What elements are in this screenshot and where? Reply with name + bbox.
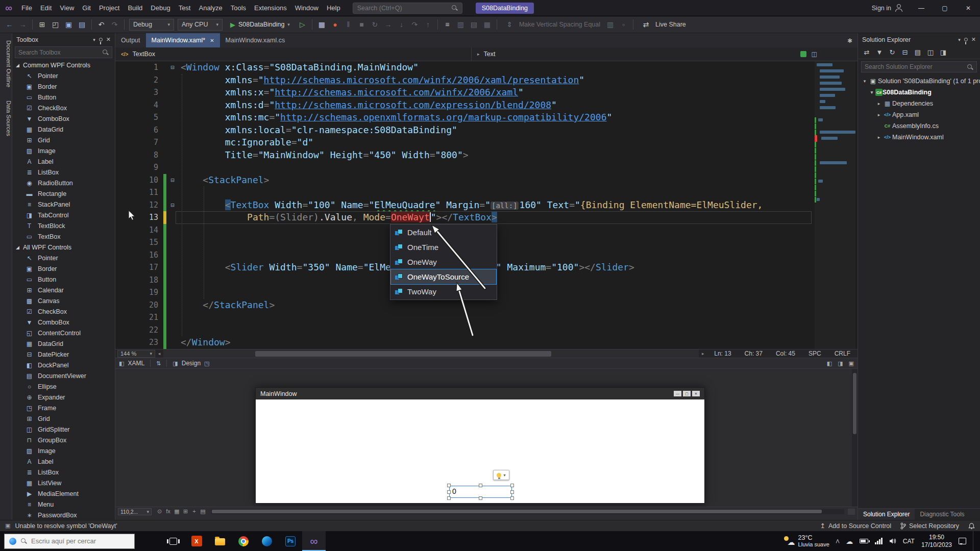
xaml-view-button[interactable]: XAML [128, 360, 144, 367]
collapse-all-icon[interactable]: ⊟ [901, 48, 909, 56]
selection-handle[interactable] [510, 490, 514, 494]
toolbox-section-common-wpf-controls[interactable]: ◢Common WPF Controls [12, 60, 115, 70]
volume-icon[interactable] [889, 538, 896, 544]
code-line-23[interactable]: 23</Window> [115, 336, 857, 349]
expand-pane-icon[interactable]: ▣ [849, 360, 854, 367]
tab-mainwindow-xaml[interactable]: MainWindow.xaml*✕ [146, 33, 220, 47]
menu-edit[interactable]: Edit [36, 1, 56, 16]
tree-item-assemblyinfo-cs[interactable]: C#AssemblyInfo.cs [858, 120, 980, 132]
preview-textbox[interactable]: 0 [449, 486, 512, 498]
menu-file[interactable]: File [17, 1, 36, 16]
nested-view-icon[interactable]: ◫ [927, 48, 934, 56]
toolbox-item-calendar[interactable]: ⊞Calendar [12, 285, 115, 295]
menu-git[interactable]: Git [78, 1, 95, 16]
design-surface[interactable]: MainWindow — ▢ ✕ ▾ [115, 369, 857, 507]
solution-search-box[interactable] [861, 61, 977, 72]
code-line-22[interactable]: 22 [115, 324, 857, 337]
remove-spacing-icon[interactable]: ▫ [617, 18, 630, 31]
chevron-down-icon[interactable]: ▾ [958, 37, 961, 42]
scrollbar-thumb[interactable] [853, 373, 856, 434]
menu-debug[interactable]: Debug [146, 1, 174, 16]
horizontal-scrollbar[interactable] [163, 349, 699, 358]
menu-extensions[interactable]: Extensions [250, 1, 291, 16]
notifications-button[interactable] [968, 522, 975, 530]
menu-project[interactable]: Project [95, 1, 124, 16]
code-line-8[interactable]: 8 Title="MainWindow" Height="450" Width=… [115, 149, 857, 162]
selection-handle[interactable] [510, 484, 514, 487]
toolbox-item-ellipse[interactable]: ○Ellipse [12, 381, 115, 392]
hot-reload-icon[interactable]: ● [329, 18, 341, 31]
tree-expander-icon[interactable]: ▾ [868, 90, 875, 95]
tab-document-outline[interactable]: Document Outline [0, 34, 12, 93]
settings-gear-icon[interactable]: ✱ [847, 37, 852, 44]
code-line-10[interactable]: 10⊟ <StackPanel> [115, 174, 857, 187]
file-explorer-button[interactable] [208, 531, 232, 551]
toolbox-item-menu[interactable]: ≡Menu [12, 499, 115, 510]
stop-debugging-icon[interactable]: ■ [355, 18, 368, 31]
toolbox-item-image[interactable]: ▨Image [12, 145, 115, 156]
space-indicator[interactable]: SPC [808, 350, 821, 357]
close-icon[interactable]: ✕ [971, 36, 976, 43]
panel-tab-diagnostic-tools[interactable]: Diagnostic Tools [915, 509, 969, 520]
navigate-back-icon[interactable]: ← [3, 18, 16, 31]
code-line-2[interactable]: 2 xmlns="http://schemas.microsoft.com/wi… [115, 74, 857, 87]
show-desktop-button[interactable] [973, 531, 976, 551]
snap-to-snaplines-icon[interactable]: + [190, 508, 199, 515]
chevron-down-icon[interactable]: ▾ [93, 37, 95, 42]
minimize-button[interactable]: — [910, 0, 933, 16]
selection-handle[interactable] [447, 496, 451, 500]
select-repository-button[interactable]: Select Repository [900, 522, 959, 530]
battery-icon[interactable] [860, 539, 868, 543]
toolbox-item-pointer[interactable]: ↖Pointer [12, 70, 115, 81]
visual-studio-button[interactable]: ∞ [302, 531, 326, 551]
document-health-icon[interactable] [800, 51, 806, 57]
close-button[interactable]: ✕ [957, 0, 980, 16]
toolbox-item-pointer[interactable]: ↖Pointer [12, 253, 115, 263]
xaml-design-splitter[interactable]: ◧ XAML ⇅ ◨ Design ◳ ◧ ◨ ▣ [115, 358, 857, 369]
solution-platforms-dropdown[interactable]: Any CPU▾ [178, 19, 223, 31]
tree-expander-icon[interactable]: ▾ [861, 79, 868, 84]
toolbox-item-radiobutton[interactable]: ◉RadioButton [12, 178, 115, 188]
tree-expander-icon[interactable]: ▸ [875, 101, 883, 106]
menu-window[interactable]: Window [291, 1, 323, 16]
toolbox-item-mediaelement[interactable]: ▶MediaElement [12, 488, 115, 499]
scrollbar-thumb[interactable] [212, 510, 822, 513]
code-line-6[interactable]: 6 xmlns:local="clr-namespace:S08DataBind… [115, 124, 857, 137]
code-line-9[interactable]: 9 [115, 161, 857, 174]
toolbox-item-dockpanel[interactable]: ◧DockPanel [12, 360, 115, 370]
tree-expander-icon[interactable]: ▸ [875, 112, 883, 117]
toolbox-section-all-wpf-controls[interactable]: ◢All WPF Controls [12, 242, 115, 253]
tree-item-dependencies[interactable]: ▸▦Dependencies [858, 98, 980, 109]
swap-panes-icon[interactable]: ⇅ [156, 360, 161, 367]
step-over-icon[interactable]: ↷ [408, 18, 421, 31]
tab-output[interactable]: Output [115, 33, 146, 47]
completion-item-default[interactable]: Default [391, 225, 496, 240]
fold-marker[interactable]: ⊟ [166, 174, 179, 187]
windows-search-input[interactable] [31, 537, 130, 545]
toolbox-item-rectangle[interactable]: ▬Rectangle [12, 188, 115, 199]
action-center-icon[interactable] [959, 538, 966, 544]
design-vertical-scrollbar[interactable] [852, 369, 857, 507]
split-window-icon[interactable]: ◫ [811, 51, 817, 58]
design-horizontal-scrollbar[interactable] [211, 509, 844, 514]
onedrive-icon[interactable]: ☁ [846, 537, 853, 545]
start-debugging-button[interactable]: ▶S08DataBinding▾ [226, 18, 294, 31]
align-tops-icon[interactable]: ▤ [468, 18, 480, 31]
element-dropdown[interactable]: </> TextBox [115, 47, 472, 61]
toolbox-item-button[interactable]: ▭Button [12, 92, 115, 103]
toolbox-item-label[interactable]: ALabel [12, 456, 115, 467]
preview-selected-icon[interactable]: ◨ [940, 48, 947, 56]
add-to-source-control-button[interactable]: ↥ Add to Source Control [820, 522, 891, 530]
design-zoom-dropdown[interactable]: 110,2... ▾ [118, 508, 152, 515]
increase-spacing-icon[interactable]: ▥ [604, 18, 617, 31]
tree-item-app-xaml[interactable]: ▸</>App.xaml [858, 109, 980, 120]
toolbox-item-frame[interactable]: ◳Frame [12, 403, 115, 413]
windows-search-box[interactable] [4, 534, 135, 549]
office-app-button[interactable]: X [185, 531, 208, 551]
sync-with-active-document-icon[interactable]: ⇄ [863, 48, 870, 56]
toolbox-item-border[interactable]: ▣Border [12, 263, 115, 274]
toolbox-item-grid[interactable]: ⊞Grid [12, 413, 115, 424]
restart-icon[interactable]: ↻ [369, 18, 381, 31]
align-widths-icon[interactable]: ▦ [481, 18, 494, 31]
navigate-forward-icon[interactable]: → [16, 18, 29, 31]
